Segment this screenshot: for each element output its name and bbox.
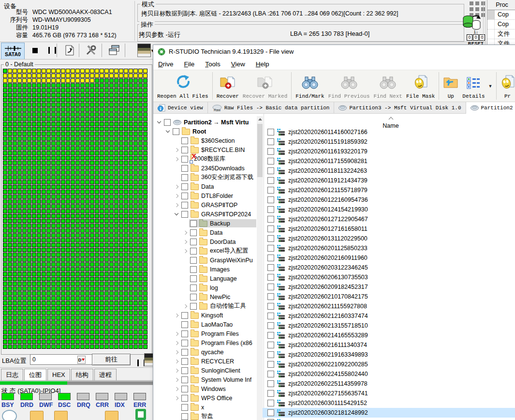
sector-block[interactable] [37,127,41,131]
sector-block[interactable] [42,233,46,238]
sector-block[interactable] [32,325,36,330]
sector-block[interactable] [143,170,147,175]
sector-block[interactable] [80,185,85,189]
sector-block[interactable] [51,69,56,73]
sector-block[interactable] [13,340,17,344]
sector-block[interactable] [100,190,104,194]
sector-block[interactable] [104,141,109,146]
sector-block[interactable] [61,141,65,146]
sector-block[interactable] [8,146,12,150]
sector-block[interactable] [13,151,17,155]
sector-block[interactable] [42,219,46,223]
sector-block[interactable] [3,107,7,112]
sector-block[interactable] [138,112,143,117]
sector-block[interactable] [109,146,114,150]
sector-block[interactable] [129,296,133,300]
sector-block[interactable] [129,272,133,276]
sector-block[interactable] [114,253,118,257]
sector-block[interactable] [66,286,70,291]
sector-block[interactable] [71,233,75,238]
menu-tools[interactable]: Tools [205,60,221,68]
sector-block[interactable] [104,306,109,310]
sector-block[interactable] [17,180,22,184]
sector-block[interactable] [27,170,31,175]
sector-block[interactable] [114,170,118,175]
sector-block[interactable] [114,325,118,330]
sector-block[interactable] [129,306,133,310]
sector-block[interactable] [129,127,133,131]
sector-block[interactable] [124,103,128,107]
sector-block[interactable] [27,117,31,121]
sector-block[interactable] [100,127,104,131]
sector-block[interactable] [114,83,118,88]
sector-block[interactable] [27,156,31,160]
sector-block[interactable] [143,180,147,184]
sector-block[interactable] [8,257,12,262]
sector-block[interactable] [80,136,85,141]
sector-block[interactable] [90,170,94,175]
sector-block[interactable] [17,83,22,88]
sector-block[interactable] [90,243,94,247]
sector-block[interactable] [133,199,138,204]
sector-block[interactable] [42,272,46,276]
sector-block[interactable] [32,209,36,213]
sector-block[interactable] [27,238,31,242]
sector-block[interactable] [17,190,22,194]
sector-block[interactable] [95,117,99,121]
file-row[interactable]: zjst202020260301115429152 [263,398,515,408]
sector-block[interactable] [17,185,22,189]
sector-block[interactable] [37,311,41,315]
sector-block[interactable] [66,238,70,242]
sector-block[interactable] [133,272,138,276]
sector-block[interactable] [46,219,51,223]
sector-block[interactable] [17,132,22,136]
sector-block[interactable] [3,320,7,325]
tree-item[interactable]: GraspWeiXinPu [153,255,256,265]
sector-block[interactable] [61,107,65,112]
sector-block[interactable] [66,204,70,209]
sector-block[interactable] [138,320,143,325]
sector-block[interactable] [129,146,133,150]
sector-block[interactable] [119,88,123,92]
sector-block[interactable] [71,286,75,291]
sector-block[interactable] [27,136,31,141]
sector-block[interactable] [22,136,27,141]
sector-block[interactable] [37,156,41,160]
sector-block[interactable] [66,132,70,136]
sector-block[interactable] [119,219,123,223]
sector-block[interactable] [124,74,128,78]
sector-block[interactable] [37,248,41,252]
sector-block[interactable] [80,330,85,334]
sector-block[interactable] [32,320,36,325]
sector-block[interactable] [66,325,70,330]
tree-item-checkbox[interactable] [181,358,188,365]
sector-block[interactable] [32,306,36,310]
sector-block[interactable] [51,195,56,199]
tree-item-checkbox[interactable] [190,275,197,282]
sector-block[interactable] [71,209,75,213]
sector-block[interactable] [143,311,147,315]
sector-block[interactable] [27,224,31,228]
sector-block[interactable] [100,141,104,146]
sector-block[interactable] [90,175,94,180]
sector-block[interactable] [71,340,75,344]
sector-block[interactable] [90,78,94,83]
sector-block[interactable] [56,277,60,281]
sector-block[interactable] [143,267,147,271]
sector-block[interactable] [8,98,12,102]
sector-block[interactable] [8,340,12,344]
sector-block[interactable] [129,262,133,267]
tree-item-checkbox[interactable] [190,248,197,255]
sector-block[interactable] [85,345,89,349]
sector-block[interactable] [61,330,65,334]
sector-block[interactable] [119,238,123,242]
sector-block[interactable] [124,88,128,92]
sector-block[interactable] [13,180,17,184]
sector-block[interactable] [17,224,22,228]
sector-block[interactable] [32,315,36,320]
sector-block[interactable] [100,146,104,150]
sector-block[interactable] [37,209,41,213]
sector-block[interactable] [124,286,128,291]
sector-block[interactable] [119,161,123,165]
sector-block[interactable] [119,156,123,160]
